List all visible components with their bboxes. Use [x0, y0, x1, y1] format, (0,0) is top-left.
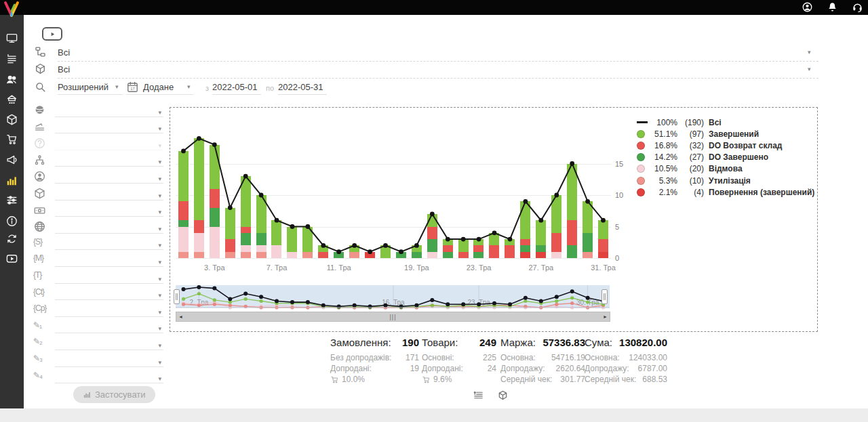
range-handle-right[interactable] — [601, 289, 608, 304]
chevron-down-icon[interactable]: ▾ — [808, 66, 811, 72]
sidebar-item-marketing[interactable] — [5, 153, 18, 166]
bar-segment-zav — [520, 201, 530, 239]
person-icon — [33, 170, 46, 183]
chart-scrollbar[interactable]: ◄ ||| ► — [176, 312, 610, 322]
legend-label: Утилізація — [707, 176, 814, 186]
bar-day-2[interactable] — [194, 138, 204, 258]
filter-dropdown[interactable] — [55, 316, 163, 317]
bar-day-6[interactable] — [256, 195, 267, 258]
bar-day-1[interactable] — [178, 151, 189, 258]
bar-segment-zav — [505, 239, 515, 245]
bar-segment-zav — [194, 138, 204, 220]
legend-item-uty[interactable]: 5.3% (10) Утилізація — [637, 175, 814, 186]
bar-day-26[interactable] — [520, 201, 530, 258]
bar-day-21[interactable] — [443, 239, 453, 258]
range-selector[interactable]: 2. Тра 16. Тра 23. Тра 30. Тра — [176, 285, 610, 310]
bar-day-20[interactable] — [427, 214, 437, 258]
bar-day-28[interactable] — [551, 195, 561, 258]
account-icon[interactable] — [802, 1, 813, 13]
sidebar-item-store[interactable] — [5, 93, 18, 106]
date-to-input[interactable]: 2022-05-31 — [278, 82, 327, 95]
scroll-right-icon[interactable]: ► — [603, 314, 608, 319]
product-filter-value[interactable]: Всі — [58, 64, 70, 75]
bar-day-12[interactable] — [349, 245, 359, 258]
range-handle-left[interactable] — [174, 289, 180, 304]
legend-item-zav[interactable]: 51.1% (97) Завершений — [637, 128, 814, 140]
bar-day-24[interactable] — [489, 233, 499, 258]
bar-day-19[interactable] — [412, 245, 422, 258]
filter-dropdown[interactable] — [55, 150, 163, 150]
sidebar-item-products[interactable] — [5, 113, 18, 126]
notifications-icon[interactable] — [827, 1, 838, 13]
chevron-down-icon[interactable]: ▾ — [187, 84, 191, 90]
support-icon[interactable] — [852, 1, 863, 13]
bar-day-7[interactable] — [271, 220, 281, 258]
sidebar-item-orders[interactable] — [5, 53, 18, 66]
filter-dropdown[interactable] — [55, 266, 163, 267]
sidebar-item-dashboard[interactable] — [5, 32, 18, 45]
bar-day-8[interactable] — [287, 227, 297, 258]
bar-day-22[interactable] — [458, 239, 469, 258]
bar-day-9[interactable] — [302, 227, 313, 258]
legend-item-vid[interactable]: 10.5% (20) Відмова — [637, 163, 814, 175]
filter-dropdown[interactable] — [55, 200, 163, 201]
filter-dropdown[interactable] — [55, 133, 163, 133]
bar-day-13[interactable] — [365, 252, 375, 258]
filter-dropdown[interactable] — [55, 299, 163, 300]
date-field-select[interactable]: Додане — [143, 82, 174, 92]
filter-dropdown[interactable] — [55, 383, 163, 383]
bar-day-11[interactable] — [334, 252, 344, 258]
legend-item-vozv[interactable]: 16.8% (32) DO Возврат склад — [637, 140, 814, 151]
bar-day-23[interactable] — [473, 239, 484, 258]
filter-dropdown[interactable] — [55, 233, 163, 234]
scroll-grip[interactable]: ||| — [389, 314, 396, 320]
search-mode-select[interactable]: Розширений — [58, 82, 108, 92]
sidebar-item-purchases[interactable] — [5, 133, 18, 146]
bar-day-10[interactable] — [318, 245, 328, 258]
sidebar-item-video-tutorials[interactable] — [5, 252, 18, 265]
bar-day-29[interactable] — [567, 164, 577, 258]
legend-item-dzav[interactable]: 14.2% (27) DO Завершено — [637, 152, 814, 163]
apply-button[interactable]: Застосувати — [73, 386, 155, 403]
bar-day-5[interactable] — [241, 176, 251, 258]
bar-day-31[interactable] — [598, 220, 608, 258]
bar-segment-zav — [536, 220, 546, 245]
filter-dropdown[interactable] — [55, 216, 163, 217]
filter-dropdown[interactable] — [55, 166, 163, 167]
stat-subrow: Середній чек:688.53 — [585, 374, 667, 385]
bar-day-17[interactable] — [396, 252, 406, 258]
legend-item-pov[interactable]: 2.1% (4) Повернення (завершений) — [637, 186, 814, 198]
bar-day-27[interactable] — [536, 220, 546, 258]
sidebar-item-settings[interactable] — [5, 194, 18, 207]
bar-day-15[interactable] — [380, 245, 391, 258]
source-filter-value[interactable]: Всі — [58, 47, 70, 58]
orders-list-view-button[interactable] — [473, 389, 484, 401]
date-from-input[interactable]: 2022-05-01 — [212, 82, 261, 95]
stat-subrow: Без допродажів:171 — [330, 352, 419, 363]
sidebar-item-info[interactable] — [5, 215, 18, 228]
filter-dropdown[interactable] — [55, 117, 163, 117]
bar-day-25[interactable] — [505, 239, 515, 258]
filter-dropdown[interactable] — [55, 183, 163, 184]
legend-label: Всі — [707, 118, 814, 127]
legend-item-total[interactable]: 100% (190) Всі — [637, 117, 814, 128]
filter-dropdown[interactable] — [55, 366, 163, 367]
bar-day-30[interactable] — [583, 201, 593, 258]
app-logo-icon[interactable] — [2, 0, 21, 19]
filter-dropdown[interactable] — [55, 283, 163, 284]
bar-day-3[interactable] — [210, 145, 220, 258]
bars-area — [176, 108, 611, 258]
bar-day-4[interactable] — [225, 208, 235, 258]
video-help-button[interactable] — [42, 27, 62, 41]
filter-row-money: ▾ — [33, 203, 163, 219]
scroll-left-icon[interactable]: ◄ — [178, 314, 183, 319]
chevron-down-icon[interactable]: ▾ — [115, 84, 119, 90]
filter-dropdown[interactable] — [55, 249, 163, 250]
sidebar-item-sync[interactable] — [5, 232, 18, 245]
sidebar-item-statistics[interactable] — [5, 174, 18, 187]
filter-dropdown[interactable] — [55, 333, 163, 333]
sidebar-item-clients[interactable] — [5, 73, 18, 86]
products-view-button[interactable] — [497, 389, 509, 401]
filter-dropdown[interactable] — [55, 350, 163, 350]
chevron-down-icon[interactable]: ▾ — [808, 49, 811, 56]
